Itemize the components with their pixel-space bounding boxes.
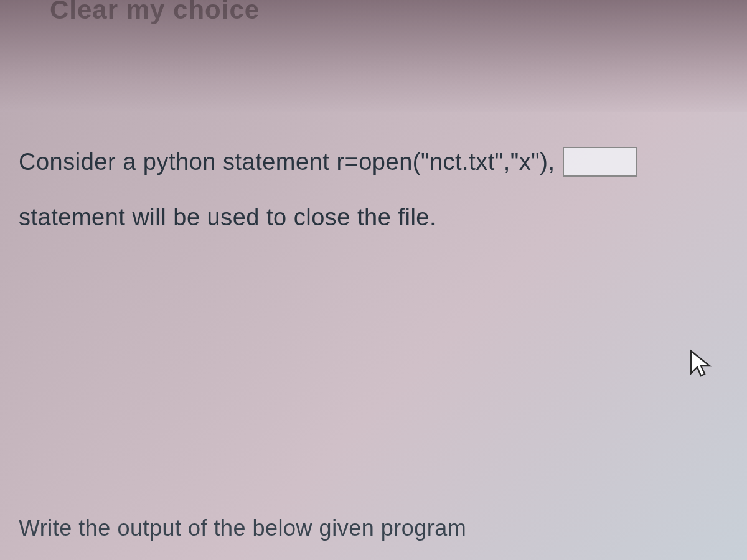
question-line-1: Consider a python statement r=open("nct.… (19, 143, 728, 181)
next-question-text: Write the output of the below given prog… (19, 515, 466, 541)
answer-input[interactable] (563, 147, 637, 177)
cursor-icon (686, 348, 716, 378)
question-text-2: statement will be used to close the file… (19, 198, 436, 236)
question-area: Consider a python statement r=open("nct.… (0, 112, 747, 236)
next-question-section: Write the output of the below given prog… (19, 515, 728, 541)
question-text-1: Consider a python statement r=open("nct.… (19, 143, 555, 181)
clear-choice-label[interactable]: Clear my choice (50, 0, 260, 25)
header-section: Clear my choice (0, 0, 747, 112)
question-line-2: statement will be used to close the file… (19, 198, 728, 236)
